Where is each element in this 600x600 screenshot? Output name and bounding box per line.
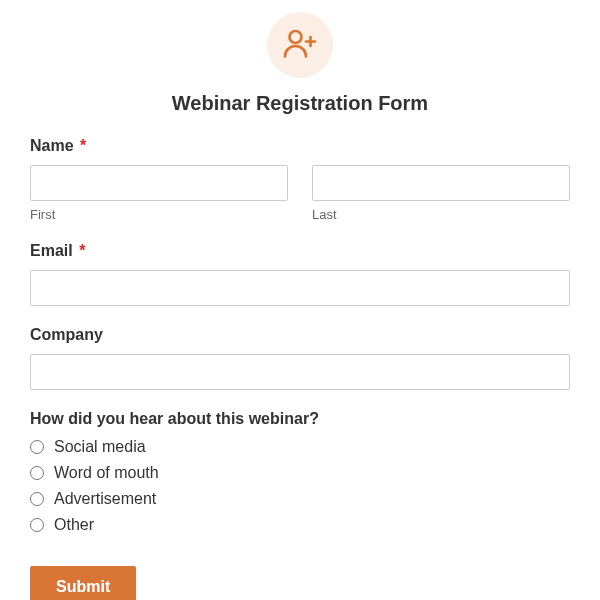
name-label-text: Name: [30, 137, 74, 154]
first-name-input[interactable]: [30, 165, 288, 201]
referral-option[interactable]: Other: [30, 516, 570, 534]
referral-radio[interactable]: [30, 440, 44, 454]
referral-label: How did you hear about this webinar?: [30, 410, 570, 428]
referral-radio[interactable]: [30, 492, 44, 506]
first-name-sublabel: First: [30, 207, 288, 222]
referral-radio[interactable]: [30, 466, 44, 480]
referral-option-label: Social media: [54, 438, 146, 456]
referral-option[interactable]: Social media: [30, 438, 570, 456]
email-label: Email *: [30, 242, 570, 260]
name-required-mark: *: [80, 137, 86, 154]
name-label: Name *: [30, 137, 570, 155]
referral-option[interactable]: Advertisement: [30, 490, 570, 508]
referral-option-label: Word of mouth: [54, 464, 159, 482]
referral-option-label: Other: [54, 516, 94, 534]
registration-form: Webinar Registration Form Name * First L…: [30, 0, 570, 600]
email-label-text: Email: [30, 242, 73, 259]
svg-point-0: [290, 31, 302, 43]
name-field-block: Name * First Last: [30, 137, 570, 222]
email-field-block: Email *: [30, 242, 570, 306]
last-name-input[interactable]: [312, 165, 570, 201]
company-field-block: Company: [30, 326, 570, 390]
referral-option-label: Advertisement: [54, 490, 156, 508]
referral-field-block: How did you hear about this webinar? Soc…: [30, 410, 570, 534]
submit-button[interactable]: Submit: [30, 566, 136, 600]
email-required-mark: *: [79, 242, 85, 259]
user-plus-icon: [282, 25, 318, 65]
form-title: Webinar Registration Form: [30, 92, 570, 115]
company-input[interactable]: [30, 354, 570, 390]
referral-option[interactable]: Word of mouth: [30, 464, 570, 482]
last-name-sublabel: Last: [312, 207, 570, 222]
header-icon-circle: [267, 12, 333, 78]
company-label: Company: [30, 326, 570, 344]
referral-radio[interactable]: [30, 518, 44, 532]
email-input[interactable]: [30, 270, 570, 306]
